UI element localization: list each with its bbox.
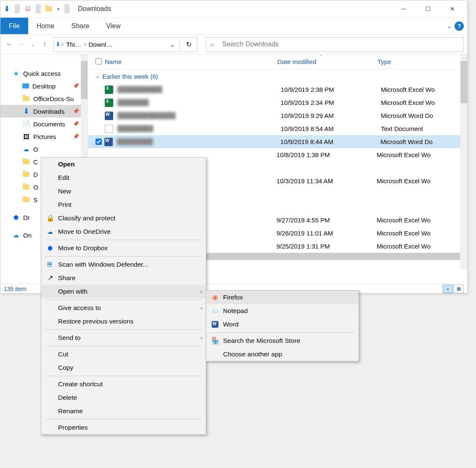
ctx-open[interactable]: Open	[41, 158, 206, 171]
nav-label: On	[23, 232, 32, 239]
back-button[interactable]: ←	[4, 39, 15, 50]
file-type: Microsoft Excel Wo	[377, 151, 467, 158]
select-all-checkbox[interactable]	[96, 58, 102, 64]
star-icon: ★	[12, 70, 20, 77]
ow-another[interactable]: Choose another app	[206, 348, 359, 361]
window-title: Downloads	[78, 5, 111, 13]
search-input[interactable]: ⌕ Search Downloads	[206, 37, 464, 52]
file-date: 10/3/2019 11:34 AM	[277, 177, 377, 185]
qat-properties-icon[interactable]: ☑	[24, 5, 32, 13]
folder-icon	[22, 158, 30, 166]
nav-label: D	[33, 171, 38, 178]
sort-indicator-icon: ⌄	[319, 52, 323, 57]
ctx-defender[interactable]: ⛨Scan with Windows Defender...	[41, 258, 206, 271]
ctx-new[interactable]: New	[41, 185, 206, 198]
maximize-button[interactable]: ☐	[416, 1, 440, 17]
up-button[interactable]: ↑	[39, 39, 50, 50]
file-row[interactable]: ████████10/9/2019 8:54 AMText Document	[88, 122, 467, 135]
address-dropdown-icon[interactable]: ⌄	[167, 40, 178, 48]
ow-firefox[interactable]: ◉Firefox	[206, 291, 359, 304]
address-bar[interactable]: ⬇ › Thi… › Downl… ⌄	[53, 37, 180, 52]
ctx-edit[interactable]: Edit	[41, 171, 206, 185]
file-row[interactable]: ██████████10/9/2019 2:38 PMMicrosoft Exc…	[88, 83, 467, 96]
col-date[interactable]: ⌄Date modified	[277, 58, 378, 65]
vscrollbar[interactable]	[460, 54, 467, 269]
file-row[interactable]: ████████10/9/2019 8:44 AMMicrosoft Word …	[88, 135, 467, 148]
nav-officedocs[interactable]: OfficeDocs-Su	[0, 92, 88, 105]
ctx-share[interactable]: ↗Share	[41, 271, 206, 285]
tab-file[interactable]: File	[0, 18, 28, 34]
details-view-button[interactable]: ≡	[443, 285, 453, 293]
ctx-sendto[interactable]: Send to›	[41, 331, 206, 345]
ctx-giveaccess[interactable]: Give access to›	[41, 301, 206, 315]
nav-documents[interactable]: 📄Documents📌	[0, 118, 88, 130]
ow-store[interactable]: 🏪Search the Microsoft Store	[206, 334, 359, 348]
nav-desktop[interactable]: Desktop📌	[0, 80, 88, 92]
file-name: ███████	[117, 99, 281, 106]
close-button[interactable]: ✕	[440, 1, 465, 17]
ow-notepad[interactable]: ▭Notepad	[206, 304, 359, 318]
nav-quick-access[interactable]: ★Quick access	[0, 67, 88, 80]
file-row[interactable]: █████████████10/9/2019 9:29 AMMicrosoft …	[88, 109, 467, 122]
nav-label: OfficeDocs-Su	[33, 95, 74, 102]
navbar: ← → ⌄ ↑ ⬇ › Thi… › Downl… ⌄ ↻ ⌕ Search D…	[0, 35, 467, 54]
group-count: (6)	[150, 73, 158, 80]
collapse-ribbon-icon[interactable]: ⌄	[447, 22, 452, 30]
ctx-restore[interactable]: Restore previous versions	[41, 315, 206, 328]
minimize-button[interactable]: ─	[391, 1, 416, 17]
refresh-button[interactable]: ↻	[181, 37, 197, 52]
address-bar-icon: ⬇	[56, 41, 61, 48]
ctx-dropbox[interactable]: ⬢Move to Dropbox	[41, 241, 206, 255]
ctx-classify[interactable]: 🔒Classify and protect	[41, 211, 206, 225]
ctx-print[interactable]: Print	[41, 198, 206, 211]
col-name[interactable]: Name	[105, 58, 277, 65]
folder-icon	[22, 196, 30, 203]
folder-icon	[22, 183, 30, 191]
group-header[interactable]: ⌄ Earlier this week (6)	[88, 70, 467, 83]
tab-view[interactable]: View	[98, 18, 129, 34]
ctx-cut[interactable]: Cut	[41, 348, 206, 361]
tab-share[interactable]: Share	[63, 18, 98, 34]
pin-icon: 📌	[73, 134, 79, 139]
onedrive-icon: ☁	[12, 231, 20, 239]
chevron-right-icon[interactable]: ›	[83, 40, 87, 48]
chevron-right-icon[interactable]: ›	[61, 40, 64, 48]
nav-label: Dr	[23, 214, 30, 221]
forward-button[interactable]: →	[16, 39, 27, 50]
ctx-onedrive[interactable]: ☁Move to OneDrive	[41, 225, 206, 238]
file-name: █████████████	[117, 112, 281, 119]
ow-word[interactable]: Word	[206, 318, 359, 331]
ribbon-tabs: File Home Share View ⌄ ?	[0, 18, 467, 35]
crumb-downloads[interactable]: Downl…	[87, 41, 114, 48]
nav-label: O	[33, 184, 38, 191]
ctx-properties[interactable]: Properties	[41, 421, 206, 434]
nav-item[interactable]: ☁O	[0, 143, 88, 155]
nav-downloads[interactable]: ⬇Downloads📌	[0, 105, 88, 118]
file-type: Microsoft Excel Wo	[377, 217, 467, 224]
firefox-icon: ◉	[210, 294, 221, 301]
ctx-copy[interactable]: Copy	[41, 361, 206, 374]
nav-label: Quick access	[23, 70, 61, 77]
ctx-shortcut[interactable]: Create shortcut	[41, 377, 206, 391]
nav-pictures[interactable]: 🖼Pictures📌	[0, 130, 88, 143]
pin-icon: 📌	[73, 108, 79, 114]
help-icon[interactable]: ?	[455, 21, 464, 31]
ctx-delete[interactable]: Delete	[41, 391, 206, 404]
file-type: Microsoft Excel Wo	[377, 243, 467, 250]
qat-chevron-down-icon[interactable]: ▾	[54, 5, 62, 13]
row-checkbox[interactable]	[96, 139, 102, 145]
app-icon: ⬇	[3, 5, 11, 13]
ctx-openwith[interactable]: Open with›	[41, 285, 206, 298]
tab-home[interactable]: Home	[28, 18, 63, 34]
openwith-submenu: ◉Firefox ▭Notepad Word 🏪Search the Micro…	[206, 290, 359, 361]
file-row[interactable]: ███████10/9/2019 2:34 PMMicrosoft Excel …	[88, 96, 467, 109]
crumb-thispc[interactable]: Thi…	[64, 41, 83, 48]
search-placeholder: Search Downloads	[222, 40, 279, 48]
col-type[interactable]: Type	[378, 58, 467, 65]
recent-locations-icon[interactable]: ⌄	[27, 39, 38, 50]
large-icons-view-button[interactable]: ▦	[454, 285, 464, 293]
qat-folder-icon[interactable]	[45, 5, 53, 13]
separator	[15, 4, 20, 13]
ctx-rename[interactable]: Rename	[41, 404, 206, 418]
nav-label: Pictures	[33, 133, 56, 140]
